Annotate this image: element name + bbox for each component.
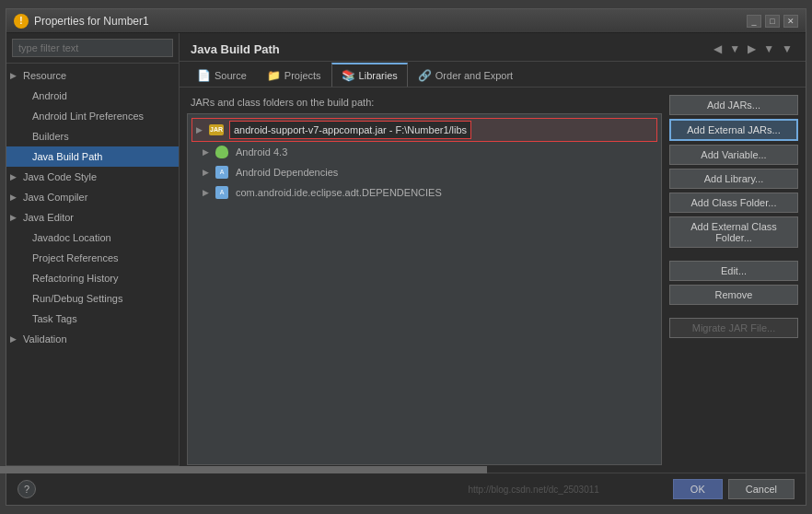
- edit-button[interactable]: Edit...: [669, 261, 798, 281]
- remove-button[interactable]: Remove: [669, 285, 798, 305]
- ok-button[interactable]: OK: [673, 479, 723, 499]
- android-dep-label: Android Dependencies: [236, 164, 338, 181]
- sidebar-item-java-editor[interactable]: ▶ Java Editor: [6, 207, 179, 228]
- dep2-icon: A: [215, 186, 228, 199]
- filter-input[interactable]: [12, 39, 173, 57]
- add-external-class-folder-button[interactable]: Add External Class Folder...: [669, 216, 798, 248]
- nav-forward-button[interactable]: ▶: [746, 41, 758, 57]
- android-43-item[interactable]: ▶ Android 4.3: [191, 142, 657, 162]
- sidebar-item-label: Android Lint Preferences: [32, 108, 144, 124]
- expand-arrow: ▶: [10, 209, 19, 226]
- sidebar-item-validation[interactable]: ▶ Validation: [6, 329, 179, 349]
- build-path-tree: ▶ JAR android-support-v7-appcompat.jar -…: [187, 113, 662, 465]
- main-content: ▶ Resource Android Android Lint Preferen…: [6, 33, 806, 473]
- bottom-bar: ? http://blog.csdn.net/dc_2503011 OK Can…: [6, 473, 806, 505]
- add-class-folder-button[interactable]: Add Class Folder...: [669, 193, 798, 213]
- tab-libraries[interactable]: 📚 Libraries: [331, 63, 408, 87]
- expand-arrow: ▶: [203, 184, 212, 201]
- title-bar: ! Properties for Number1 _ □ ✕: [6, 9, 806, 33]
- sidebar-item-builders[interactable]: Builders: [6, 126, 179, 146]
- nav-forward-dropdown-button[interactable]: ▼: [761, 41, 776, 57]
- btn-spacer-2: [669, 309, 798, 314]
- tab-libraries-label: Libraries: [359, 70, 398, 81]
- tab-order-export[interactable]: 🔗 Order and Export: [408, 64, 523, 87]
- nav-dropdown-button[interactable]: ▼: [727, 41, 742, 57]
- cancel-button[interactable]: Cancel: [728, 479, 795, 499]
- dialog-title: Properties for Number1: [34, 15, 149, 28]
- btn-spacer-1: [669, 251, 798, 257]
- close-button[interactable]: ✕: [783, 15, 798, 28]
- source-tab-icon: 📄: [197, 69, 211, 82]
- filter-container: [6, 33, 179, 64]
- expand-arrow: ▶: [10, 169, 19, 185]
- nav-back-button[interactable]: ◀: [712, 41, 724, 57]
- dep2-item[interactable]: ▶ A com.android.ide.eclipse.adt.DEPENDEN…: [191, 182, 657, 203]
- buttons-panel: Add JARs... Add External JARs... Add Var…: [669, 95, 798, 465]
- sidebar-item-run-debug[interactable]: Run/Debug Settings: [6, 288, 179, 309]
- sidebar-item-refactoring[interactable]: Refactoring History: [6, 268, 179, 288]
- libraries-tab-icon: 📚: [342, 69, 355, 82]
- android-icon: [215, 146, 228, 158]
- sidebar-item-javadoc[interactable]: Javadoc Location: [6, 228, 179, 248]
- tab-projects-label: Projects: [284, 70, 321, 81]
- projects-tab-icon: 📁: [267, 69, 281, 82]
- content-label: JARs and class folders on the build path…: [187, 95, 662, 113]
- add-library-button[interactable]: Add Library...: [669, 169, 798, 189]
- sidebar-item-task-tags[interactable]: Task Tags: [6, 309, 179, 329]
- sidebar-item-label: Android: [32, 88, 67, 104]
- sidebar-item-project-references[interactable]: Project References: [6, 248, 179, 268]
- sidebar-item-android-lint[interactable]: Android Lint Preferences: [6, 106, 179, 126]
- sidebar-item-label: Run/Debug Settings: [32, 290, 122, 307]
- sidebar-item-label: Resource: [23, 67, 66, 84]
- expand-arrow: ▶: [203, 164, 212, 181]
- expand-arrow: ▶: [196, 122, 205, 138]
- right-panel: Java Build Path ◀ ▼ ▶ ▼ ▼ 📄 Source 📁 Pro…: [180, 33, 806, 473]
- migrate-jar-button[interactable]: Migrate JAR File...: [669, 318, 798, 338]
- jar-icon: JAR: [209, 124, 224, 135]
- sidebar-item-resource[interactable]: ▶ Resource: [6, 65, 179, 86]
- sidebar-item-label: Java Compiler: [23, 189, 87, 205]
- title-bar-left: ! Properties for Number1: [14, 14, 149, 29]
- sidebar: ▶ Resource Android Android Lint Preferen…: [6, 33, 180, 473]
- sidebar-scrollbar-thumb: [6, 466, 487, 473]
- sidebar-item-label: Java Code Style: [23, 169, 97, 185]
- tab-source[interactable]: 📄 Source: [187, 64, 257, 87]
- sidebar-item-java-code-style[interactable]: ▶ Java Code Style: [6, 167, 179, 187]
- jar-item-label: android-support-v7-appcompat.jar - F:\Nu…: [229, 121, 471, 139]
- properties-dialog: ! Properties for Number1 _ □ ✕ ▶ Resourc…: [6, 8, 806, 506]
- minimize-button[interactable]: _: [747, 15, 761, 28]
- order-tab-icon: 🔗: [418, 69, 432, 82]
- android-dep-item[interactable]: ▶ A Android Dependencies: [191, 162, 657, 182]
- expand-arrow: ▶: [10, 67, 19, 84]
- sidebar-item-label: Javadoc Location: [32, 229, 111, 246]
- sidebar-item-label: Validation: [23, 331, 67, 347]
- panel-title: Java Build Path: [191, 42, 280, 56]
- sidebar-scrollbar[interactable]: [6, 465, 179, 473]
- sidebar-tree: ▶ Resource Android Android Lint Preferen…: [6, 64, 179, 465]
- nav-arrows: ◀ ▼ ▶ ▼ ▼: [712, 41, 795, 57]
- tab-order-label: Order and Export: [435, 70, 513, 81]
- title-controls: _ □ ✕: [747, 15, 798, 28]
- jar-item-appcompat[interactable]: ▶ JAR android-support-v7-appcompat.jar -…: [191, 118, 657, 142]
- watermark: http://blog.csdn.net/dc_2503011: [36, 485, 673, 495]
- dialog-icon: !: [14, 14, 29, 29]
- sidebar-item-label: Builders: [32, 128, 69, 145]
- dep2-label: com.android.ide.eclipse.adt.DEPENDENCIES: [236, 184, 442, 201]
- maximize-button[interactable]: □: [765, 15, 780, 28]
- expand-arrow: ▶: [10, 189, 19, 205]
- tab-source-label: Source: [215, 70, 247, 81]
- help-button[interactable]: ?: [17, 480, 36, 498]
- add-external-jars-button[interactable]: Add External JARs...: [669, 119, 798, 141]
- sidebar-item-java-build-path[interactable]: Java Build Path: [6, 146, 179, 167]
- tab-projects[interactable]: 📁 Projects: [257, 64, 331, 87]
- add-variable-button[interactable]: Add Variable...: [669, 145, 798, 165]
- sidebar-item-label: Java Build Path: [32, 148, 102, 165]
- sidebar-item-label: Project References: [32, 250, 119, 266]
- add-jars-button[interactable]: Add JARs...: [669, 95, 798, 115]
- nav-menu-button[interactable]: ▼: [780, 41, 795, 57]
- sidebar-item-android[interactable]: Android: [6, 86, 179, 106]
- dep-icon: A: [215, 166, 228, 179]
- android-43-label: Android 4.3: [236, 144, 287, 160]
- dialog-actions: OK Cancel: [673, 479, 795, 499]
- sidebar-item-java-compiler[interactable]: ▶ Java Compiler: [6, 187, 179, 207]
